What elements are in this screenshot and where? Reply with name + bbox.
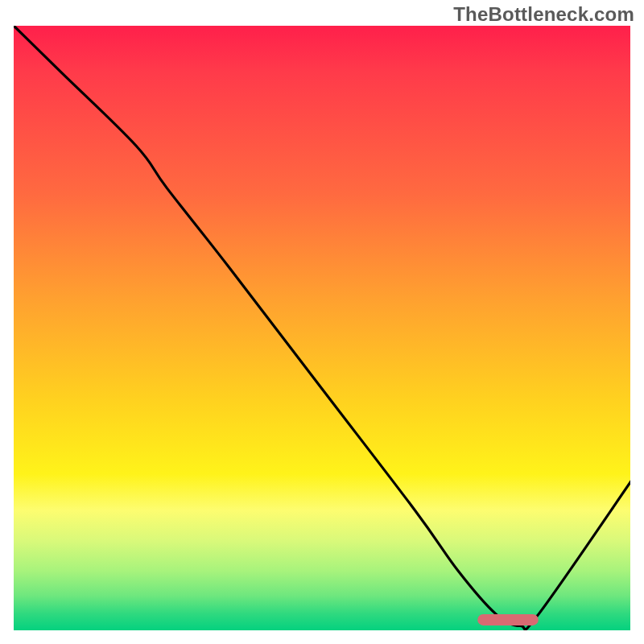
watermark-text: TheBottleneck.com: [453, 3, 634, 26]
bottleneck-curve-line: [12, 24, 632, 630]
plot-area: [12, 24, 632, 632]
chart-overlay: [12, 24, 632, 632]
chart-container: TheBottleneck.com: [0, 0, 644, 644]
